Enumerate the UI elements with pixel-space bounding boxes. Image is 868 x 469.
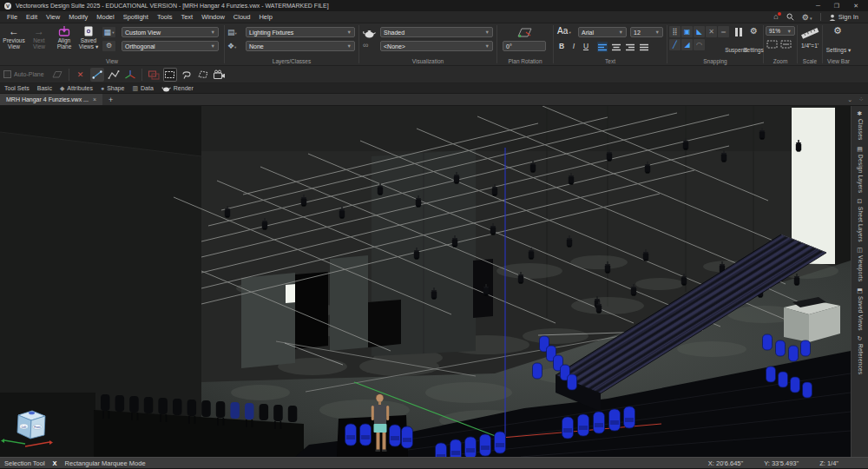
snap-object-button[interactable]: ▣: [681, 26, 693, 37]
italic-button[interactable]: I: [569, 42, 579, 50]
menu-bar: File Edit View Modify Model Spotlight To…: [0, 11, 868, 23]
suspend-snapping-icon[interactable]: [735, 28, 742, 36]
3d-axes-mode-button[interactable]: [123, 68, 137, 82]
maximize-icon[interactable]: ❐: [834, 3, 839, 10]
line-mode-button[interactable]: [90, 68, 104, 82]
screen-plane-button[interactable]: ✕: [74, 68, 88, 82]
palette-attributes[interactable]: ◆ Attributes: [60, 85, 93, 92]
zoom-level-select[interactable]: 91%▼: [766, 26, 795, 36]
active-class-select[interactable]: None▼: [246, 41, 355, 51]
sidebar-tab-viewports[interactable]: ◫ Viewports: [857, 244, 863, 284]
palette-data[interactable]: ▥ Data: [132, 85, 153, 92]
snap-distance-button[interactable]: ═: [718, 26, 729, 37]
main-area: Left Front ✱ Classes ▤ Design Layers ⊡ S…: [0, 106, 868, 457]
menu-cloud[interactable]: Cloud: [229, 13, 255, 21]
sidebar-tab-design-layers[interactable]: ▤ Design Layers: [857, 143, 863, 195]
viewport-3d-scene[interactable]: Left Front: [0, 106, 851, 457]
gear-cube-icon: ⚙: [106, 43, 112, 50]
view-settings-button[interactable]: ⚙: [102, 41, 115, 51]
font-select[interactable]: Arial▼: [578, 27, 627, 37]
chevron-down-icon: ▼: [485, 30, 490, 35]
active-layer-select[interactable]: Lighting Fixtures▼: [246, 27, 355, 37]
font-size-select[interactable]: 12▼: [630, 27, 663, 37]
snap-settings-gear-icon[interactable]: ⚙: [750, 26, 758, 36]
sidebar-tab-classes[interactable]: ✱ Classes: [857, 108, 863, 143]
plan-rotation-field[interactable]: 0°: [503, 41, 546, 51]
snap-grid-button[interactable]: ⣿: [669, 26, 681, 37]
search-icon[interactable]: [786, 13, 794, 21]
working-plane-icon: [50, 68, 64, 82]
saved-views-icon: [83, 25, 94, 37]
next-view-button[interactable]: → Next View: [27, 25, 51, 50]
previous-view-button[interactable]: ← Previous View: [2, 25, 26, 50]
menu-file[interactable]: File: [3, 13, 22, 21]
underline-button[interactable]: U: [581, 42, 591, 50]
tool-mode: Rectangular Marquee Mode: [65, 459, 146, 467]
menu-tools[interactable]: Tools: [153, 13, 177, 21]
current-view-select[interactable]: Custom View▼: [122, 27, 219, 37]
polyline-mode-button[interactable]: [107, 68, 121, 82]
snap-settings-label[interactable]: Settings: [740, 47, 766, 53]
menu-spotlight[interactable]: Spotlight: [119, 13, 153, 21]
layers-icon[interactable]: ▤▾: [227, 28, 237, 36]
align-plane-button[interactable]: Align Plane: [52, 25, 76, 50]
tool-set-basic[interactable]: Basic: [37, 85, 52, 91]
home-icon[interactable]: ⌂: [773, 13, 778, 21]
snap-smart-edge-button[interactable]: ◢: [681, 39, 693, 50]
palette-shape[interactable]: ● Shape: [101, 85, 124, 91]
palette-dock-icon[interactable]: ⁘: [858, 96, 864, 103]
saved-views-button[interactable]: Saved Views ▾: [76, 25, 101, 50]
planar-objects-button[interactable]: [147, 68, 161, 82]
menu-model[interactable]: Model: [92, 13, 118, 21]
snap-angle-button[interactable]: ◣: [694, 26, 705, 37]
sidebar-tab-references[interactable]: ↻ References: [857, 333, 863, 377]
flyover-mode-button[interactable]: [213, 68, 227, 82]
zoom-marquee-icon[interactable]: [766, 39, 778, 49]
zoom-out-marquee-icon[interactable]: [780, 39, 792, 49]
minimize-icon[interactable]: ─: [816, 3, 820, 10]
bold-button[interactable]: B: [556, 42, 567, 50]
sign-in-button[interactable]: Sign In: [829, 13, 858, 21]
snap-smart-points-button[interactable]: ╱: [669, 39, 681, 50]
close-icon[interactable]: ✕: [853, 3, 858, 10]
align-justify-button[interactable]: [639, 42, 649, 52]
polygon-marquee-mode-button[interactable]: [196, 68, 210, 82]
render-mode-select[interactable]: Shaded▼: [380, 27, 493, 37]
menu-help[interactable]: Help: [254, 13, 276, 21]
document-tab[interactable]: MRH Hangar 4 Funzies.vwx ... ×: [0, 94, 102, 105]
menu-window[interactable]: Window: [197, 13, 229, 21]
settings-gear-icon[interactable]: ⚙ ▾: [802, 13, 812, 22]
classes-icon[interactable]: ❖▾: [227, 42, 236, 50]
menu-edit[interactable]: Edit: [22, 13, 42, 21]
lasso-mode-button[interactable]: [180, 68, 194, 82]
new-tab-button[interactable]: +: [102, 96, 119, 104]
pane-collapse-icon[interactable]: ⌄: [847, 96, 852, 103]
align-left-button[interactable]: [597, 42, 608, 52]
align-right-button[interactable]: [625, 42, 635, 52]
view-bar-settings-gear-icon[interactable]: ⚙: [833, 25, 842, 36]
menu-view[interactable]: View: [42, 13, 64, 21]
rectangular-marquee-mode-button[interactable]: [163, 68, 177, 82]
snap-tangent-button[interactable]: ◠: [694, 39, 705, 50]
sidebar-tab-sheet-layers[interactable]: ⊡ Sheet Layers: [857, 195, 863, 245]
scale-value[interactable]: 1/4"=1': [798, 43, 822, 49]
text-style-button[interactable]: Aa ▾: [557, 26, 571, 36]
view-bar-settings-label[interactable]: Settings ▾: [825, 47, 852, 54]
palette-render[interactable]: Render: [161, 85, 194, 92]
auto-plane-checkbox[interactable]: [3, 70, 11, 78]
tab-close-icon[interactable]: ×: [93, 96, 96, 102]
multi-view-pane-button[interactable]: ▦ ▾: [102, 27, 115, 37]
projection-select[interactable]: Orthogonal▼: [122, 41, 219, 51]
camera-view-select[interactable]: <None>▼: [380, 41, 493, 51]
menu-modify[interactable]: Modify: [64, 13, 92, 21]
chevron-down-icon: ▼: [619, 30, 623, 35]
plan-rotation-icon: [515, 26, 534, 38]
menu-text[interactable]: Text: [176, 13, 197, 21]
snap-intersection-button[interactable]: ✕: [706, 26, 717, 37]
shape-icon: ●: [101, 85, 104, 91]
align-center-button[interactable]: [611, 42, 621, 52]
design-layers-icon: ▤: [857, 146, 863, 153]
ribbon-plan-r1otation-section: 0° Plan Rotation: [497, 23, 553, 65]
sidebar-tab-saved-views[interactable]: ⬒ Saved Views: [857, 285, 863, 334]
render-teapot-icon: [161, 85, 171, 92]
